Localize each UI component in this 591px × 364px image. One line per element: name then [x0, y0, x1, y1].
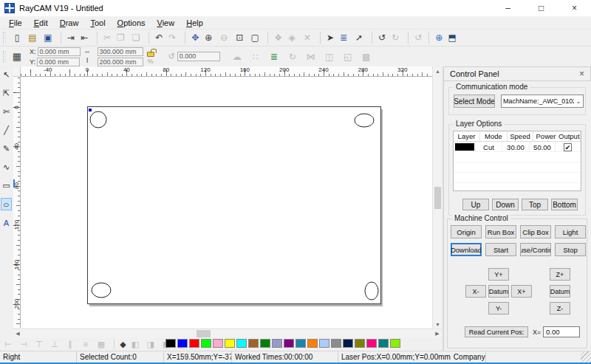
jog-y-minus-button[interactable]: Y- [488, 302, 509, 315]
paste-icon[interactable]: ❏ [130, 32, 142, 44]
layer-order-button[interactable]: Up [462, 199, 489, 210]
curve-cut-tool-icon[interactable]: ✄ [1, 106, 12, 118]
preview-icon[interactable]: ⬒ [446, 32, 458, 44]
refresh-icon[interactable]: ↺ [408, 32, 422, 44]
jog-z-plus-button[interactable]: Z+ [550, 268, 570, 281]
path-reverse-icon[interactable]: ◨ [145, 339, 157, 349]
group-icon[interactable]: ◈ [286, 32, 298, 44]
color-swatch[interactable] [366, 339, 377, 348]
laser-origin-icon[interactable]: ◆ [114, 339, 126, 349]
array-copy-icon[interactable]: ∷ [250, 50, 262, 63]
layer-order-button[interactable]: Top [522, 199, 548, 210]
align-bottom-icon[interactable]: ⊥ [49, 339, 61, 349]
menu-item[interactable]: Tool [84, 18, 111, 27]
array-grid-icon[interactable]: ▦ [95, 339, 107, 349]
color-swatch[interactable] [260, 339, 270, 348]
machine-button[interactable]: Run Box [485, 225, 516, 238]
color-swatch[interactable] [248, 339, 259, 348]
menu-item[interactable]: View [151, 18, 181, 27]
color-swatch[interactable] [201, 339, 211, 348]
layer-color-cell[interactable] [454, 142, 476, 152]
redo-icon[interactable]: ↷ [166, 32, 178, 44]
ungroup-icon[interactable]: ❖ [267, 32, 282, 44]
output-checkbox[interactable]: ✔ [564, 143, 572, 151]
rectangle-tool-icon[interactable]: ▭ [1, 179, 12, 192]
vertical-scroll-thumb[interactable] [434, 187, 441, 209]
color-swatch[interactable] [272, 339, 282, 348]
simulate-icon[interactable]: ↺ [372, 32, 386, 44]
current-x-field[interactable]: 0.00 [543, 326, 580, 337]
open-file-icon[interactable]: ▤ [27, 32, 38, 44]
close-button[interactable]: × [558, 0, 591, 16]
hatch-icon[interactable]: ▩ [361, 50, 372, 63]
horizontal-scroll-thumb[interactable] [197, 330, 211, 337]
menu-item[interactable]: File [3, 18, 28, 27]
machine-button[interactable]: Clip Box [520, 225, 551, 238]
zoom-in-icon[interactable]: ⊕ [202, 32, 214, 44]
align-top-icon[interactable]: ⊤ [33, 339, 45, 349]
read-current-pos-button[interactable]: Read Current Pos: [465, 326, 528, 337]
move-origin-icon[interactable]: ◱ [342, 50, 354, 63]
layer-order-button[interactable]: Bottom [551, 199, 578, 210]
color-swatch[interactable] [319, 339, 329, 348]
delete-node-icon[interactable]: ✕ [301, 32, 313, 44]
color-swatch[interactable] [355, 339, 365, 348]
export-icon[interactable]: ⇤ [78, 32, 90, 44]
pan-icon[interactable]: ✥ [185, 32, 199, 44]
import-icon[interactable]: ⇥ [61, 32, 75, 44]
close-icon[interactable]: × [579, 69, 584, 79]
copy-icon[interactable]: ❐ [115, 32, 126, 44]
machine-button[interactable]: Light [555, 225, 586, 238]
pick-order-icon[interactable]: ➤ [320, 32, 334, 44]
polyline-tool-icon[interactable]: ✎ [1, 142, 12, 155]
zoom-select-icon[interactable]: ⊡ [233, 32, 245, 44]
color-swatch[interactable] [331, 339, 341, 348]
node-edit-icon[interactable]: ➚ [353, 32, 365, 44]
rotate-view-icon[interactable]: ↻ [389, 32, 401, 44]
save-icon[interactable]: ▣ [42, 32, 54, 44]
machine-button[interactable]: Origin [451, 225, 482, 238]
select-mode-button[interactable]: Select Mode [454, 95, 495, 108]
toolbar-grip[interactable] [3, 32, 6, 44]
drawing-canvas[interactable] [21, 77, 432, 328]
color-swatch[interactable] [177, 339, 188, 348]
menu-item[interactable]: Help [180, 18, 209, 27]
node-edit-tool-icon[interactable]: ⇱ [1, 87, 12, 100]
path-start-icon[interactable]: ◧ [129, 339, 141, 349]
vertical-scrollbar[interactable]: ▲ ▼ [432, 66, 442, 329]
center-vertical-icon[interactable]: ≡ [80, 339, 92, 349]
bezier-tool-icon[interactable]: ∿ [1, 161, 12, 174]
page-rectangle[interactable] [88, 107, 381, 304]
color-swatch[interactable] [390, 339, 400, 348]
layer-order-button[interactable]: Down [492, 199, 519, 210]
jog-x-plus-button[interactable]: X+ [511, 285, 532, 298]
menu-item[interactable]: Options [112, 18, 151, 27]
resize-grip[interactable] [581, 351, 591, 363]
rotate-field[interactable]: 0.000 [177, 52, 220, 61]
text-tool-icon[interactable]: A [1, 216, 12, 229]
color-swatch[interactable] [213, 339, 223, 348]
new-file-icon[interactable]: ▯ [11, 32, 23, 44]
anchor-point-icon[interactable]: ▦ [11, 50, 23, 63]
width-field[interactable]: 300.000 mm [98, 47, 143, 56]
layer-color-icon[interactable]: ≣ [268, 50, 280, 63]
x-position-field[interactable]: 0.000 mm [38, 47, 81, 56]
color-swatch[interactable] [236, 339, 247, 348]
cut-icon[interactable]: ✂ [97, 32, 111, 44]
scroll-right-icon[interactable]: ▶ [433, 329, 442, 338]
datum-z-button[interactable]: Datum [550, 285, 570, 298]
machine-button[interactable]: Start [485, 243, 516, 256]
datum-xy-button[interactable]: Datum [488, 285, 509, 298]
color-swatch[interactable] [378, 339, 389, 348]
align-left-icon[interactable]: ⊢ [2, 339, 14, 349]
jog-z-minus-button[interactable]: Z- [550, 302, 570, 315]
undo-icon[interactable]: ↶ [148, 32, 163, 44]
horizontal-scrollbar[interactable]: ◀ ▶ [13, 329, 442, 337]
toolbar-grip[interactable] [3, 51, 6, 63]
machine-button[interactable]: Pause/Continue [520, 243, 551, 256]
color-swatch[interactable] [307, 339, 318, 348]
mirror-vertical-icon[interactable]: ⋈ [305, 50, 317, 63]
color-swatch[interactable] [225, 339, 235, 348]
center-horizontal-icon[interactable]: ∥ [64, 339, 76, 349]
line-tool-icon[interactable]: ╱ [1, 124, 12, 137]
